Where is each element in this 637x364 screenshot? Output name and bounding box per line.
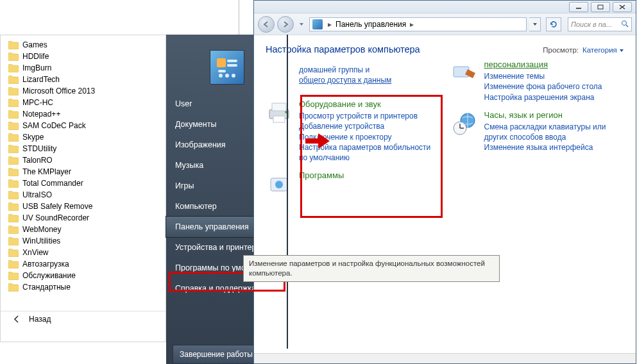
hardware-link[interactable]: Подключение к проектору <box>299 132 439 142</box>
folder-icon <box>8 110 19 119</box>
hardware-link[interactable]: Настройка параметров мобильности по умол… <box>299 142 439 163</box>
control-panel-search[interactable]: Поиск в па... <box>568 17 632 31</box>
network-icon <box>266 65 293 92</box>
folder-item[interactable]: ImgBurn <box>6 62 166 74</box>
category-columns: домашней группы и общего доступа к данны… <box>266 65 624 205</box>
folder-item[interactable]: The KMPlayer <box>6 166 166 178</box>
network-link-fragment[interactable]: домашней группы и <box>299 65 391 75</box>
svg-point-16 <box>275 181 283 188</box>
view-dropdown[interactable]: Категория <box>582 46 624 54</box>
folder-item[interactable]: Total Commander <box>6 178 166 189</box>
folder-item[interactable]: Стандартные <box>6 281 166 293</box>
folder-item[interactable]: Games <box>6 39 166 51</box>
personalization-link[interactable]: Изменение фона рабочего стола <box>484 81 602 92</box>
hardware-link[interactable]: Добавление устройства <box>299 121 439 131</box>
breadcrumb-segment[interactable]: Панель управления <box>333 20 409 29</box>
folder-label: SAM CoDeC Pack <box>22 121 86 130</box>
folder-label: Обслуживание <box>22 271 76 280</box>
folder-item[interactable]: USB Safely Remove <box>6 201 166 212</box>
hardware-sound-title[interactable]: Оборудование и звук <box>299 99 439 110</box>
start-menu-programs-list: GamesHDDlifeImgBurnLizardTechMicrosoft O… <box>0 35 166 342</box>
folder-item[interactable]: Skype <box>6 131 166 143</box>
programs-title[interactable]: Программы <box>299 170 344 181</box>
svg-point-6 <box>232 74 235 78</box>
folder-label: Notepad++ <box>22 110 60 119</box>
minimize-button[interactable] <box>569 2 588 12</box>
folder-label: HDDlife <box>22 52 49 61</box>
clock-language-link[interactable]: Смена раскладки клавиатуры или других сп… <box>484 122 625 142</box>
appearance-icon <box>451 60 478 87</box>
folder-icon <box>8 64 19 72</box>
hardware-link[interactable]: Просмотр устройств и принтеров <box>299 111 439 121</box>
folder-item[interactable]: TalonRO <box>6 154 166 166</box>
folder-item[interactable]: WinUtilities <box>6 235 166 247</box>
personalization-link[interactable]: Настройка разрешения экрана <box>484 92 602 103</box>
address-dropdown[interactable] <box>529 17 541 31</box>
folder-item[interactable]: LizardTech <box>6 74 166 85</box>
folder-item[interactable]: MPC-HC <box>6 97 166 108</box>
folder-icon <box>8 283 19 292</box>
network-link-fragment[interactable]: общего доступа к данным <box>299 75 391 85</box>
refresh-button[interactable] <box>546 17 561 31</box>
folder-label: Total Commander <box>22 179 83 188</box>
svg-line-10 <box>626 25 628 27</box>
folder-icon <box>8 156 19 165</box>
folder-icon <box>8 99 19 107</box>
folder-icon <box>8 191 19 199</box>
folder-icon <box>8 226 19 234</box>
category-clock-language-region: Часы, язык и регион Смена раскладки клав… <box>451 110 625 153</box>
folder-label: MPC-HC <box>22 98 53 107</box>
folder-icon <box>8 53 19 61</box>
category-column-right: персонализация Изменение темыИзменение ф… <box>451 65 625 205</box>
folder-label: Microsoft Office 2013 <box>22 87 95 95</box>
control-panel-body: Настройка параметров компьютера Просмотр… <box>254 35 636 363</box>
folder-item[interactable]: HDDlife <box>6 51 166 62</box>
clock-language-link[interactable]: Изменение языка интерфейса <box>484 142 625 153</box>
search-placeholder: Поиск в па... <box>571 21 612 28</box>
svg-rect-1 <box>227 60 237 62</box>
folder-icon <box>8 260 19 269</box>
folder-icon <box>8 122 19 130</box>
nav-back-button[interactable] <box>258 16 275 33</box>
folder-item[interactable]: XnView <box>6 247 166 258</box>
folder-item[interactable]: UV SoundRecorder <box>6 212 166 224</box>
window-titlebar <box>254 1 636 13</box>
close-button[interactable] <box>613 2 632 12</box>
folder-item[interactable]: UltraISO <box>6 189 166 201</box>
folder-item[interactable]: WebMoney <box>6 224 166 235</box>
view-value: Категория <box>582 46 617 54</box>
folder-item[interactable]: STDUtility <box>6 143 166 154</box>
svg-point-4 <box>219 74 223 78</box>
folder-icon <box>8 41 19 49</box>
folder-item[interactable]: Notepad++ <box>6 108 166 120</box>
folder-icon <box>8 249 19 257</box>
back-button[interactable]: Назад <box>1 311 166 326</box>
page-title: Настройка параметров компьютера <box>266 44 420 54</box>
folder-item[interactable]: Microsoft Office 2013 <box>6 85 166 97</box>
folder-tree: GamesHDDlifeImgBurnLizardTechMicrosoft O… <box>1 39 166 293</box>
clock-globe-icon <box>451 110 478 137</box>
nav-recent-dropdown[interactable] <box>296 20 307 29</box>
printer-icon <box>266 99 293 126</box>
user-picture[interactable] <box>210 50 244 85</box>
breadcrumb-separator[interactable]: ▸ <box>327 20 333 29</box>
personalization-title[interactable]: персонализация <box>484 60 602 70</box>
category-column-left: домашней группы и общего доступа к данны… <box>266 65 439 205</box>
address-bar[interactable]: ▸ Панель управления ▸ <box>309 17 527 31</box>
horizontal-scrollbar[interactable] <box>254 353 636 363</box>
folder-label: Skype <box>22 133 44 142</box>
folder-item[interactable]: Автозагрузка <box>6 258 166 270</box>
personalization-link[interactable]: Изменение темы <box>484 71 602 81</box>
clock-language-title[interactable]: Часы, язык и регион <box>484 110 625 120</box>
folder-icon <box>8 203 19 211</box>
folder-label: The KMPlayer <box>22 167 71 176</box>
folder-icon <box>8 87 19 95</box>
svg-rect-3 <box>218 70 226 72</box>
folder-item[interactable]: Обслуживание <box>6 270 166 281</box>
nav-forward-button[interactable] <box>277 16 294 33</box>
maximize-button[interactable] <box>591 2 610 12</box>
folder-item[interactable]: SAM CoDeC Pack <box>6 120 166 131</box>
left-top-strip <box>0 0 239 35</box>
control-panel-window: ▸ Панель управления ▸ Поиск в па... Наст… <box>253 0 636 364</box>
breadcrumb-separator[interactable]: ▸ <box>409 20 415 29</box>
